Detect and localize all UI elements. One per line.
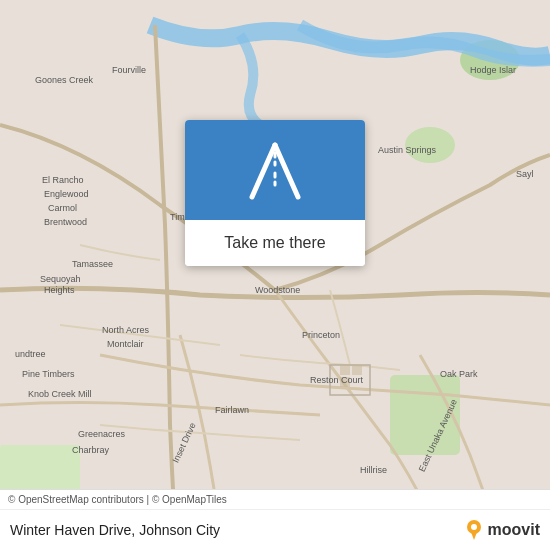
road-directions-icon [240,135,310,205]
svg-text:Fairlawn: Fairlawn [215,405,249,415]
svg-text:Englewood: Englewood [44,189,89,199]
svg-text:Goones Creek: Goones Creek [35,75,94,85]
svg-text:Knob Creek Mill: Knob Creek Mill [28,389,92,399]
svg-text:Sequoyah: Sequoyah [40,274,81,284]
svg-text:Brentwood: Brentwood [44,217,87,227]
location-text: Winter Haven Drive, Johnson City [10,522,220,538]
svg-text:Inset Drive: Inset Drive [171,421,198,464]
popup-card: Take me there [185,120,365,266]
svg-text:Tamassee: Tamassee [72,259,113,269]
moovit-icon [462,518,486,542]
popup-icon-area [185,120,365,220]
map-container: Goones Creek Fourville Hodge Islar Austi… [0,0,550,550]
bottom-bar: © OpenStreetMap contributors | © OpenMap… [0,489,550,550]
svg-text:Carmol: Carmol [48,203,77,213]
svg-text:Fourville: Fourville [112,65,146,75]
svg-text:Sayl: Sayl [516,169,534,179]
map-svg: Goones Creek Fourville Hodge Islar Austi… [0,0,550,550]
svg-rect-6 [352,365,362,375]
svg-marker-41 [471,532,477,540]
svg-text:Woodstone: Woodstone [255,285,300,295]
svg-text:Charbray: Charbray [72,445,110,455]
svg-text:Austin Springs: Austin Springs [378,145,437,155]
svg-text:Montclair: Montclair [107,339,144,349]
svg-text:Hodge Islar: Hodge Islar [470,65,516,75]
svg-text:Reston Court: Reston Court [310,375,364,385]
location-row: Winter Haven Drive, Johnson City moovit [0,510,550,550]
svg-text:El Rancho: El Rancho [42,175,84,185]
attribution-text: © OpenStreetMap contributors | © OpenMap… [8,494,227,505]
moovit-text: moovit [488,521,540,539]
svg-text:Oak Park: Oak Park [440,369,478,379]
svg-point-42 [471,524,477,530]
svg-text:North Acres: North Acres [102,325,150,335]
svg-rect-5 [340,365,350,375]
svg-text:Heights: Heights [44,285,75,295]
svg-line-37 [275,145,298,197]
svg-text:undtree: undtree [15,349,46,359]
svg-line-36 [252,145,275,197]
svg-text:Greenacres: Greenacres [78,429,126,439]
attribution-row: © OpenStreetMap contributors | © OpenMap… [0,490,550,510]
take-me-there-button[interactable]: Take me there [185,220,365,266]
svg-text:Pine Timbers: Pine Timbers [22,369,75,379]
moovit-logo: moovit [462,518,540,542]
svg-text:Hillrise: Hillrise [360,465,387,475]
svg-text:Princeton: Princeton [302,330,340,340]
